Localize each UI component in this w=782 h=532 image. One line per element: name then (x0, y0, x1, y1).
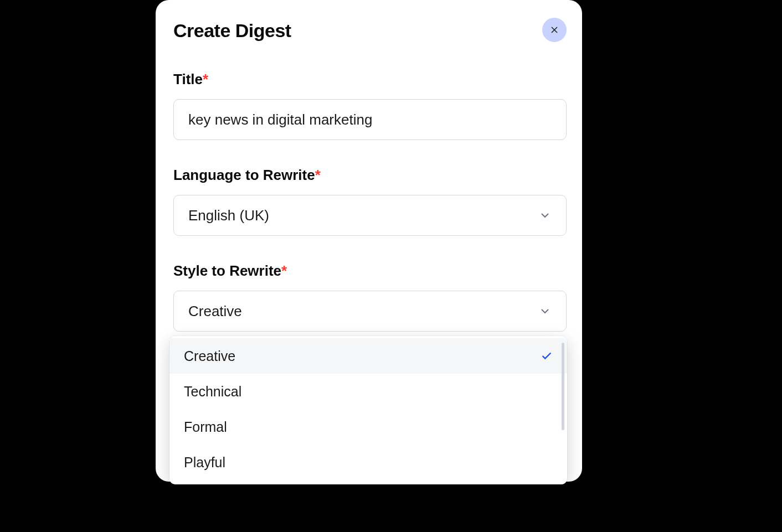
language-field-group: Language to Rewrite* English (UK) (173, 167, 564, 236)
style-label-text: Style to Rewrite (173, 262, 281, 279)
title-label: Title* (173, 71, 564, 88)
required-asterisk: * (281, 262, 287, 279)
style-option-creative[interactable]: Creative (169, 338, 567, 374)
close-icon (549, 24, 560, 35)
style-label: Style to Rewrite* (173, 262, 564, 280)
style-select-value: Creative (188, 303, 242, 320)
style-select[interactable]: Creative (173, 291, 567, 332)
style-option-label: Creative (184, 348, 235, 364)
language-label-text: Language to Rewrite (173, 167, 315, 183)
chevron-down-icon (538, 304, 552, 318)
style-option-technical[interactable]: Technical (169, 374, 567, 409)
required-asterisk: * (315, 167, 321, 183)
style-option-label: Formal (184, 419, 227, 435)
required-asterisk: * (203, 71, 208, 87)
language-select-value: English (UK) (188, 207, 269, 224)
style-option-label: Playful (184, 454, 225, 471)
style-option-playful[interactable]: Playful (169, 445, 567, 480)
check-icon (541, 350, 553, 362)
language-label: Language to Rewrite* (173, 167, 564, 184)
language-select[interactable]: English (UK) (173, 195, 567, 236)
style-field-group: Style to Rewrite* Creative (173, 262, 564, 332)
title-label-text: Title (173, 71, 203, 87)
chevron-down-icon (538, 209, 552, 222)
style-dropdown: Creative Technical Formal Playful (169, 336, 567, 484)
modal-title: Create Digest (173, 20, 291, 42)
style-option-label: Technical (184, 384, 241, 400)
close-button[interactable] (542, 18, 567, 42)
title-input-value: key news in digital marketing (188, 111, 372, 128)
title-input[interactable]: key news in digital marketing (173, 99, 567, 140)
dropdown-scrollbar[interactable] (562, 343, 564, 430)
title-field-group: Title* key news in digital marketing (173, 71, 564, 140)
modal-header: Create Digest (173, 20, 564, 42)
style-option-formal[interactable]: Formal (169, 409, 567, 445)
